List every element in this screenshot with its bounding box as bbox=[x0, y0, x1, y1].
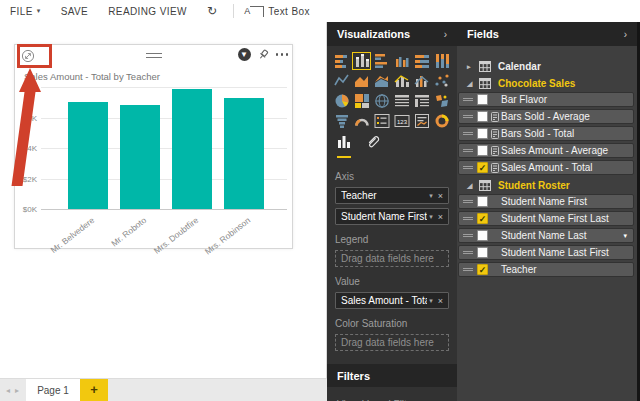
collapse-panel-icon[interactable]: › bbox=[444, 29, 447, 40]
page-next-icon[interactable]: ▸ bbox=[15, 386, 19, 395]
treemap-chart-icon[interactable] bbox=[352, 92, 371, 110]
collapse-fields-icon[interactable]: › bbox=[624, 29, 627, 40]
add-page-button[interactable]: + bbox=[80, 379, 108, 401]
scatter-chart-icon[interactable] bbox=[433, 72, 452, 90]
field-checkbox[interactable] bbox=[477, 145, 488, 156]
remove-field-icon[interactable]: × bbox=[438, 191, 443, 201]
drag-handle-icon[interactable] bbox=[463, 215, 473, 222]
line-stacked-column-chart-icon[interactable] bbox=[392, 72, 411, 90]
table-row-calendar[interactable]: ▸Calendar bbox=[457, 58, 637, 75]
funnel-chart-icon[interactable] bbox=[332, 112, 351, 130]
drag-handle-icon[interactable] bbox=[463, 96, 473, 103]
chevron-down-icon[interactable]: ▾ bbox=[429, 297, 433, 305]
drag-handle-icon[interactable] bbox=[463, 113, 473, 120]
fields-title: Fields bbox=[467, 28, 499, 40]
save-button[interactable]: SAVE bbox=[51, 0, 99, 22]
line-chart-icon[interactable] bbox=[332, 72, 351, 90]
field-pill[interactable]: Teacher▾× bbox=[335, 187, 449, 204]
page-tab-1[interactable]: Page 1 bbox=[26, 379, 80, 401]
stacked-area-chart-icon[interactable] bbox=[372, 72, 391, 90]
field-checkbox[interactable]: ✓ bbox=[477, 213, 488, 224]
field-row-student-name-first-last[interactable]: ✓Student Name First Last bbox=[458, 211, 634, 226]
field-checkbox[interactable]: ✓ bbox=[477, 264, 488, 275]
pin-icon[interactable] bbox=[257, 48, 270, 61]
kpi-chart-icon[interactable] bbox=[413, 112, 432, 130]
table-row-student-roster[interactable]: ◢Student Roster bbox=[457, 177, 637, 194]
expand-caret-icon[interactable]: ◢ bbox=[467, 182, 479, 190]
page-prev-icon[interactable]: ◂ bbox=[6, 386, 10, 395]
remove-field-icon[interactable]: × bbox=[438, 296, 443, 306]
field-pill[interactable]: Sales Amount - Total▾× bbox=[335, 292, 449, 309]
clustered-column-chart-icon[interactable] bbox=[392, 52, 411, 70]
drill-down-icon[interactable]: ▼ bbox=[238, 48, 251, 61]
chevron-down-icon[interactable]: ▾ bbox=[429, 192, 433, 200]
more-options-icon[interactable] bbox=[276, 53, 289, 56]
table-chart-icon[interactable] bbox=[392, 92, 411, 110]
multi-row-card-chart-icon[interactable] bbox=[372, 112, 391, 130]
chevron-down-icon[interactable]: ▾ bbox=[429, 213, 433, 221]
stacked-column-chart-icon[interactable] bbox=[352, 52, 371, 70]
field-checkbox[interactable] bbox=[477, 94, 488, 105]
field-dropdown-icon[interactable]: ▾ bbox=[623, 232, 627, 240]
filled-map-chart-icon[interactable] bbox=[433, 92, 452, 110]
card-chart-icon[interactable]: 123 bbox=[392, 112, 411, 130]
line-clustered-column-chart-icon[interactable] bbox=[413, 72, 432, 90]
field-checkbox[interactable] bbox=[477, 230, 488, 241]
drag-handle-icon[interactable] bbox=[463, 266, 473, 273]
field-row-teacher[interactable]: ✓Teacher bbox=[458, 262, 634, 277]
bar-Mrs. Robinson[interactable] bbox=[224, 98, 264, 209]
bar-Mr. Roboto[interactable] bbox=[120, 105, 160, 209]
drag-handle-icon[interactable] bbox=[463, 198, 473, 205]
map-chart-icon[interactable] bbox=[372, 92, 391, 110]
matrix-chart-icon[interactable] bbox=[413, 92, 432, 110]
report-canvas[interactable]: ▼ Sales Amount - Total by Teacher $0K$2K… bbox=[0, 22, 327, 401]
area-chart-icon[interactable] bbox=[352, 72, 371, 90]
field-row-bars-sold---average[interactable]: Bars Sold - Average bbox=[458, 109, 634, 124]
field-checkbox[interactable] bbox=[477, 247, 488, 258]
stacked-bar-chart-icon[interactable] bbox=[332, 52, 351, 70]
field-checkbox[interactable] bbox=[477, 111, 488, 122]
pie-chart-icon[interactable] bbox=[332, 92, 351, 110]
field-row-bar-flavor[interactable]: Bar Flavor bbox=[458, 92, 634, 107]
chart-visual-card[interactable]: ▼ Sales Amount - Total by Teacher $0K$2K… bbox=[14, 44, 293, 249]
field-row-sales-amount---average[interactable]: Sales Amount - Average bbox=[458, 143, 634, 158]
field-checkbox[interactable] bbox=[477, 128, 488, 139]
drag-handle-icon[interactable] bbox=[463, 232, 473, 239]
field-row-bars-sold---total[interactable]: Bars Sold - Total bbox=[458, 126, 634, 141]
remove-field-icon[interactable]: × bbox=[438, 212, 443, 222]
drag-handle-icon[interactable] bbox=[463, 249, 473, 256]
field-pill[interactable]: Student Name First Last▾× bbox=[335, 208, 449, 225]
field-row-student-name-last-first[interactable]: Student Name Last First bbox=[458, 245, 634, 260]
field-row-student-name-first[interactable]: Student Name First bbox=[458, 194, 634, 209]
drag-handle-icon[interactable] bbox=[463, 147, 473, 154]
field-row-student-name-last[interactable]: Student Name Last▾ bbox=[458, 228, 634, 243]
drag-handle-icon[interactable] bbox=[463, 164, 473, 171]
field-label: Teacher bbox=[501, 264, 537, 275]
drop-zone[interactable]: Drag data fields here bbox=[335, 250, 449, 267]
field-row-sales-amount---total[interactable]: ✓Sales Amount - Total bbox=[458, 160, 634, 175]
tab-fields[interactable] bbox=[337, 134, 351, 158]
measure-icon bbox=[491, 129, 499, 139]
drag-handle-icon[interactable] bbox=[463, 130, 473, 137]
text-box-button[interactable]: Text Box bbox=[240, 0, 320, 22]
filters-title: Filters bbox=[337, 370, 370, 382]
reading-view-button[interactable]: READING VIEW bbox=[98, 0, 197, 22]
drop-zone[interactable]: Drag data fields here bbox=[335, 334, 449, 351]
bar-Mr. Belvedere[interactable] bbox=[68, 102, 108, 209]
file-menu[interactable]: FILE ▾ bbox=[0, 0, 51, 22]
donut-chart-icon[interactable] bbox=[433, 112, 452, 130]
field-checkbox[interactable]: ✓ bbox=[477, 162, 488, 173]
refresh-button[interactable]: ↻ bbox=[197, 0, 227, 22]
gauge-chart-icon[interactable] bbox=[352, 112, 371, 130]
column-100-chart-icon[interactable] bbox=[433, 52, 452, 70]
collapse-caret-icon[interactable]: ▸ bbox=[467, 63, 479, 71]
clustered-bar-chart-icon[interactable] bbox=[372, 52, 391, 70]
tab-format[interactable] bbox=[365, 133, 381, 158]
bar-Mrs. Doubtfire[interactable] bbox=[172, 89, 212, 209]
expand-caret-icon[interactable]: ◢ bbox=[467, 80, 479, 88]
drag-handle-icon[interactable] bbox=[146, 53, 162, 60]
bar-100-chart-icon[interactable] bbox=[413, 52, 432, 70]
table-row-chocolate-sales[interactable]: ◢Chocolate Sales bbox=[457, 75, 637, 92]
field-checkbox[interactable] bbox=[477, 196, 488, 207]
visualizations-header: Visualizations › bbox=[327, 22, 457, 46]
